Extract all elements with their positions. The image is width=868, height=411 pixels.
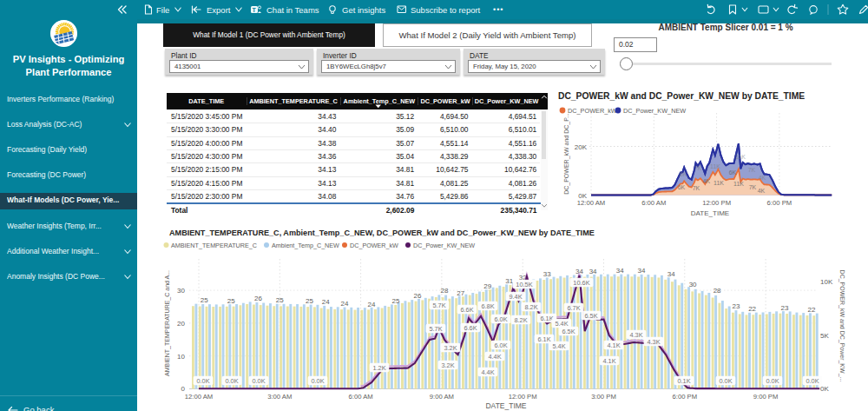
svg-text:33: 33 [543, 270, 551, 278]
svg-text:6.6K: 6.6K [460, 306, 473, 314]
svg-text:34: 34 [667, 270, 675, 278]
svg-text:12:00 PM: 12:00 PM [702, 199, 731, 207]
svg-text:6.5K: 6.5K [584, 312, 597, 320]
svg-text:31: 31 [505, 277, 513, 285]
svg-text:6.7K: 6.7K [567, 304, 580, 312]
svg-text:5K: 5K [820, 332, 829, 340]
svg-text:11K: 11K [735, 154, 746, 160]
svg-text:7K: 7K [748, 167, 756, 173]
svg-text:9.4K: 9.4K [509, 293, 522, 301]
svg-text:4K: 4K [759, 175, 766, 181]
svg-text:0.0K: 0.0K [719, 377, 732, 385]
svg-text:25: 25 [392, 297, 400, 305]
svg-text:25: 25 [227, 297, 235, 305]
svg-text:6:00 PM: 6:00 PM [672, 393, 697, 401]
svg-text:8.2K: 8.2K [514, 316, 527, 324]
svg-text:6K: 6K [729, 169, 737, 176]
svg-text:34: 34 [616, 267, 624, 275]
svg-text:6:00 PM: 6:00 PM [767, 199, 792, 207]
svg-text:23: 23 [732, 302, 740, 310]
svg-text:4.1K: 4.1K [602, 357, 615, 365]
svg-text:5.7K: 5.7K [432, 302, 445, 309]
svg-text:6.1K: 6.1K [537, 335, 550, 343]
svg-text:4.1K: 4.1K [607, 341, 620, 349]
svg-text:DATE_TIME: DATE_TIME [691, 209, 729, 217]
svg-text:0.0K: 0.0K [766, 377, 779, 385]
svg-text:Get insights: Get insights [342, 5, 385, 15]
svg-text:12:00 AM: 12:00 AM [577, 199, 605, 207]
svg-text:DC_POWER_kW: DC_POWER_kW [568, 107, 617, 115]
svg-text:6K: 6K [680, 171, 687, 177]
svg-text:7K: 7K [693, 185, 700, 191]
svg-text:4.3K: 4.3K [629, 331, 642, 339]
svg-text:DC_POWER_kW and DC_P...: DC_POWER_kW and DC_P... [563, 113, 570, 195]
svg-text:7K: 7K [694, 165, 702, 171]
svg-text:4.3K: 4.3K [647, 338, 660, 346]
svg-text:4.4K: 4.4K [481, 368, 494, 376]
svg-text:5.4K: 5.4K [552, 342, 565, 350]
svg-text:DC_POWER_kW: DC_POWER_kW [350, 242, 398, 249]
svg-text:0.0K: 0.0K [311, 377, 324, 385]
svg-text:6.0K: 6.0K [494, 341, 507, 349]
svg-text:7K: 7K [749, 184, 757, 190]
svg-text:0.0K: 0.0K [196, 377, 209, 385]
svg-text:30: 30 [177, 287, 185, 295]
svg-text:4.4K: 4.4K [488, 353, 501, 361]
svg-text:3.2K: 3.2K [441, 361, 454, 369]
svg-text:T: T [253, 7, 257, 13]
svg-text:•••: ••• [493, 5, 503, 14]
svg-text:9:00 PM: 9:00 PM [753, 393, 779, 401]
svg-text:5.4K: 5.4K [555, 320, 568, 328]
svg-text:10.6K: 10.6K [573, 279, 589, 287]
svg-text:23: 23 [780, 304, 788, 312]
svg-text:28: 28 [713, 287, 721, 295]
svg-text:11K: 11K [713, 180, 724, 186]
svg-text:AMBIENT_TEMPERATURE_C, Ambient: AMBIENT_TEMPERATURE_C, Ambient_Temp_C_NE… [169, 229, 595, 237]
svg-text:6.6K: 6.6K [464, 324, 477, 332]
svg-text:30: 30 [689, 281, 697, 288]
svg-text:34: 34 [589, 268, 597, 275]
svg-text:11K: 11K [733, 181, 744, 187]
svg-text:12:00 AM: 12:00 AM [185, 393, 213, 401]
svg-text:Chat in Teams: Chat in Teams [266, 5, 319, 15]
svg-text:20: 20 [177, 320, 185, 328]
svg-text:22: 22 [748, 305, 756, 313]
svg-text:10: 10 [177, 353, 185, 361]
svg-text:25: 25 [201, 296, 208, 304]
svg-text:11K: 11K [710, 163, 720, 169]
svg-text:34: 34 [638, 267, 646, 275]
svg-text:DC_POWER_kW and DC_Power_KW_NE: DC_POWER_kW and DC_Power_KW_NEW by DATE_… [558, 91, 805, 101]
svg-text:29: 29 [483, 282, 491, 290]
svg-text:8.2K: 8.2K [524, 303, 537, 311]
svg-text:DC_POWER_kW and DC_Power_KW_..: DC_POWER_kW and DC_Power_KW_... [838, 270, 845, 382]
svg-text:20K: 20K [575, 143, 588, 151]
svg-text:10.5K: 10.5K [516, 281, 532, 288]
svg-text:25: 25 [276, 296, 284, 304]
svg-text:27: 27 [457, 289, 464, 297]
svg-text:10K: 10K [820, 278, 833, 286]
svg-text:Ambient_Temp_C_NEW: Ambient_Temp_C_NEW [272, 242, 339, 249]
svg-text:4K: 4K [703, 178, 711, 184]
svg-text:6:00 AM: 6:00 AM [641, 199, 666, 207]
svg-text:5.7K: 5.7K [429, 325, 442, 333]
svg-text:6.8K: 6.8K [481, 302, 494, 310]
svg-text:DATE_TIME: DATE_TIME [485, 401, 526, 410]
svg-text:1.2K: 1.2K [372, 364, 385, 372]
svg-text:6:00 AM: 6:00 AM [348, 393, 372, 401]
svg-text:DC_Power_KW_NEW: DC_Power_KW_NEW [413, 242, 475, 249]
svg-text:AMBIENT_TEMPERATURE_C: AMBIENT_TEMPERATURE_C [171, 242, 257, 249]
svg-text:6.0K: 6.0K [494, 315, 507, 323]
svg-text:4K: 4K [758, 188, 766, 194]
svg-text:0.0K: 0.0K [252, 377, 265, 385]
svg-text:6K: 6K [678, 184, 686, 190]
svg-text:24: 24 [368, 301, 376, 308]
svg-text:3:00 PM: 3:00 PM [591, 393, 616, 401]
svg-text:25: 25 [306, 297, 313, 305]
svg-text:0.0K: 0.0K [806, 377, 819, 385]
svg-text:9:00 AM: 9:00 AM [430, 393, 454, 401]
svg-text:22: 22 [808, 306, 816, 314]
svg-text:Export: Export [207, 5, 231, 15]
svg-text:0.0K: 0.0K [225, 377, 238, 385]
svg-text:24: 24 [322, 298, 330, 306]
svg-text:File: File [156, 5, 169, 15]
